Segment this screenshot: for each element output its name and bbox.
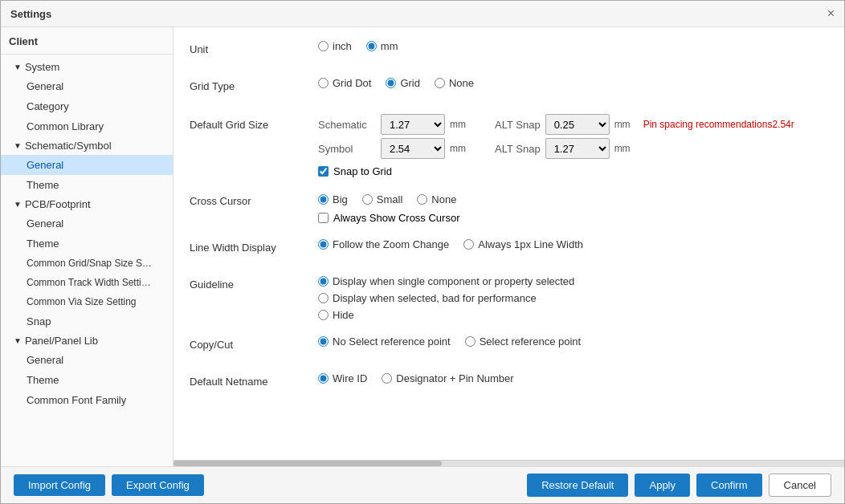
close-button[interactable]: × (827, 7, 835, 20)
sidebar-item-schematic-theme[interactable]: Theme (1, 175, 173, 195)
sidebar-item-system-general[interactable]: General (1, 76, 173, 96)
sidebar-item-system-category[interactable]: Category (1, 96, 173, 116)
snap-to-grid-checkbox[interactable] (318, 166, 329, 177)
guideline-selected-radio[interactable] (318, 293, 329, 303)
cross-cursor-controls: Big Small None (318, 193, 466, 205)
cc-noselect-radio[interactable] (318, 336, 329, 347)
guideline-single-group: Display when single component or propert… (318, 275, 574, 287)
default-netname-label: Default Netname (190, 372, 318, 388)
sidebar-item-pcb-general[interactable]: General (1, 213, 173, 234)
copy-cut-controls: No Select reference point Select referen… (318, 335, 828, 348)
lw-follow-radio[interactable] (318, 239, 329, 250)
lw-1px-label[interactable]: Always 1px Line Width (478, 238, 583, 250)
guideline-selected-label[interactable]: Display when selected, bad for performan… (333, 292, 537, 304)
pin-note: Pin spacing recommendations2.54r (643, 119, 794, 130)
guideline-hide-label[interactable]: Hide (333, 309, 354, 321)
cursor-small-radio[interactable] (362, 194, 373, 205)
import-config-button[interactable]: Import Config (14, 474, 105, 496)
snap-to-grid-row: Snap to Grid (318, 165, 794, 177)
sidebar-system-label: System (25, 61, 59, 73)
alt-snap1-select[interactable]: 0.25 0.1 0.5 (545, 114, 610, 135)
alt-snap2-select[interactable]: 1.27 0.5 1.0 (545, 138, 610, 159)
always-show-row: Always Show Cross Cursor (318, 212, 460, 224)
unit-mm-radio[interactable] (366, 41, 377, 51)
schematic-value-select[interactable]: 1.27 0.5 1.0 2.54 (381, 114, 445, 135)
main-area: Client ▼ System General Category Common … (1, 27, 844, 466)
sidebar-group-panel[interactable]: ▼ Panel/Panel Lib (1, 331, 173, 350)
unit-mm-label[interactable]: mm (381, 40, 398, 52)
guideline-controls: Display when single component or propert… (318, 275, 584, 321)
lw-follow-group: Follow the Zoom Change (318, 238, 449, 250)
sidebar-item-pcb-trackwidth[interactable]: Common Track Width Setti… (1, 273, 173, 292)
always-show-label[interactable]: Always Show Cross Cursor (333, 212, 460, 224)
sidebar-group-pcb[interactable]: ▼ PCB/Footprint (1, 195, 173, 213)
cc-noselect-label[interactable]: No Select reference point (333, 335, 451, 348)
dn-wireid-radio[interactable] (318, 373, 329, 384)
sidebar-item-pcb-viasize[interactable]: Common Via Size Setting (1, 292, 173, 311)
guideline-hide-radio[interactable] (318, 310, 329, 320)
sidebar-client[interactable]: Client (1, 32, 173, 51)
sidebar-group-schematic[interactable]: ▼ Schematic/Symbol (1, 136, 173, 155)
footer-right: Restore Default Apply Confirm Cancel (527, 474, 831, 497)
restore-default-button[interactable]: Restore Default (527, 474, 628, 497)
sidebar-item-system-commonlib[interactable]: Common Library (1, 116, 173, 136)
dn-designator-label[interactable]: Designator + Pin Number (396, 372, 513, 384)
grid-none-radio[interactable] (435, 78, 445, 88)
sidebar-item-pcb-theme[interactable]: Theme (1, 234, 173, 254)
sidebar-item-panel-theme[interactable]: Theme (1, 370, 173, 390)
line-width-controls: Follow the Zoom Change Always 1px Line W… (318, 238, 828, 250)
cc-select-radio[interactable] (465, 336, 476, 347)
guideline-single-radio[interactable] (318, 276, 329, 287)
grid-dot-label[interactable]: Grid Dot (333, 77, 371, 89)
title-bar: Settings × (1, 1, 844, 27)
grid-none-label[interactable]: None (449, 77, 474, 89)
cross-cursor-row: Cross Cursor Big Small (190, 192, 828, 224)
symbol-value-select[interactable]: 2.54 1.0 1.27 (381, 138, 445, 159)
cross-cursor-label: Cross Cursor (190, 192, 318, 207)
grid-dot-radio[interactable] (318, 78, 329, 88)
dialog-title: Settings (10, 8, 51, 20)
grid-grid-label[interactable]: Grid (400, 77, 420, 89)
unit-label: Unit (190, 40, 318, 55)
cc-select-label[interactable]: Select reference point (480, 335, 581, 348)
sidebar-group-system[interactable]: ▼ System (1, 58, 173, 76)
grid-none-group: None (435, 77, 474, 89)
cursor-big-radio[interactable] (318, 194, 329, 205)
alt-snap2-label: ALT Snap (495, 143, 541, 155)
dn-designator-radio[interactable] (382, 373, 392, 384)
cursor-none-radio[interactable] (417, 194, 427, 205)
unit-inch-radio[interactable] (318, 41, 329, 51)
guideline-hide-group: Hide (318, 309, 574, 321)
lw-1px-group: Always 1px Line Width (463, 238, 583, 250)
snap-to-grid-label[interactable]: Snap to Grid (333, 165, 392, 177)
unit-inch-group: inch (318, 40, 352, 52)
always-show-checkbox[interactable] (318, 213, 329, 223)
unit-mm-group: mm (366, 40, 398, 52)
cursor-big-label[interactable]: Big (333, 193, 348, 205)
dn-wireid-label[interactable]: Wire ID (333, 372, 367, 384)
grid-grid-radio[interactable] (386, 78, 396, 88)
alt-snap1-label: ALT Snap (495, 119, 541, 131)
cc-select-group: Select reference point (465, 335, 581, 348)
apply-button[interactable]: Apply (635, 474, 690, 497)
sidebar-item-pcb-gridsnap[interactable]: Common Grid/Snap Size S… (1, 254, 173, 273)
lw-1px-radio[interactable] (463, 239, 474, 250)
grid-type-label: Grid Type (190, 77, 318, 92)
sidebar-item-panel-fontfamily[interactable]: Common Font Family (1, 390, 173, 410)
cursor-none-label[interactable]: None (431, 193, 456, 205)
guideline-single-label[interactable]: Display when single component or propert… (333, 275, 574, 287)
horizontal-scrollbar[interactable] (173, 460, 844, 466)
line-width-label: Line Width Display (190, 238, 318, 254)
sidebar-item-schematic-general[interactable]: General (1, 155, 173, 175)
sidebar-item-pcb-snap[interactable]: Snap (1, 311, 173, 331)
export-config-button[interactable]: Export Config (112, 474, 204, 496)
sidebar-item-panel-general[interactable]: General (1, 350, 173, 370)
scrollbar-thumb (173, 461, 442, 466)
unit-inch-label[interactable]: inch (333, 40, 352, 52)
lw-follow-label[interactable]: Follow the Zoom Change (333, 238, 449, 250)
cursor-small-label[interactable]: Small (377, 193, 403, 205)
grid-grid-group: Grid (386, 77, 420, 89)
footer: Import Config Export Config Restore Defa… (1, 466, 844, 503)
confirm-button[interactable]: Confirm (696, 474, 762, 497)
cancel-button[interactable]: Cancel (769, 474, 831, 497)
